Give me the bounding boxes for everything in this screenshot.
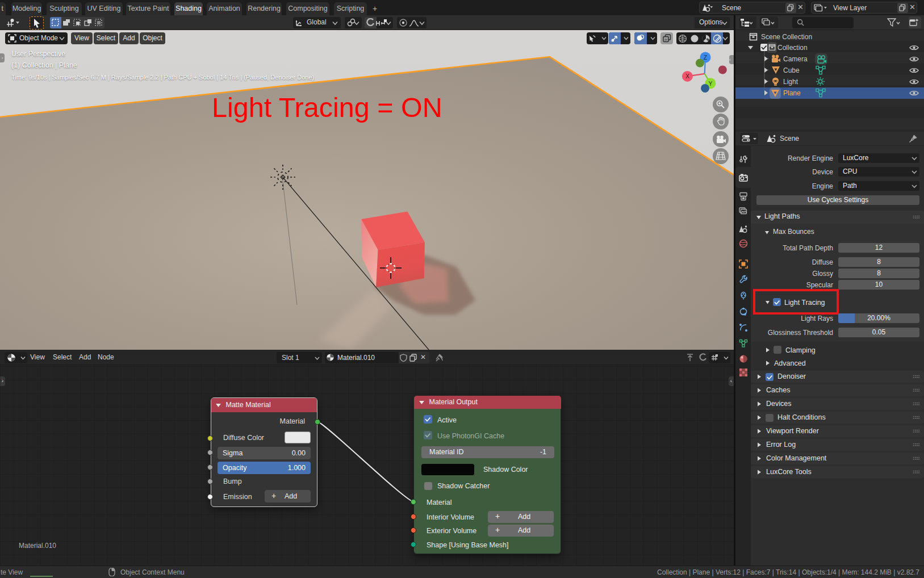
svg-text:X: X: [685, 73, 689, 79]
svg-text:Z: Z: [704, 54, 708, 61]
svg-text:Y: Y: [708, 80, 712, 87]
